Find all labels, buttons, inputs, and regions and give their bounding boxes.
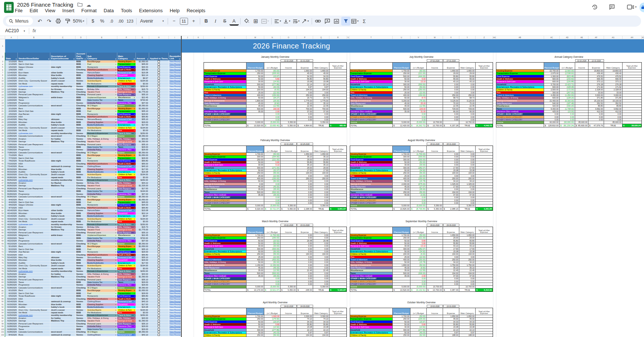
ledger-cell-amount[interactable]: $5,350.00 — [136, 151, 149, 154]
overview-july-monthly-overview-left[interactable] — [476, 119, 493, 121]
more-formats-button[interactable]: 123 — [125, 17, 135, 26]
overview-march-monthly-overview-cat-label[interactable]: Children & Family — [204, 253, 246, 256]
overview-march-monthly-overview-left[interactable] — [329, 269, 347, 272]
ledger-cell-description[interactable] — [50, 149, 76, 151]
ledger-cell-receipt-link[interactable]: View Receipt — [169, 176, 181, 179]
overview-annual-category-overview-cat-label[interactable]: Miscellaneous — [496, 105, 544, 107]
overview-august-monthly-overview-planned[interactable] — [393, 199, 410, 202]
checkbox[interactable] — [158, 135, 160, 137]
checkbox[interactable] — [158, 102, 160, 104]
overview-february-monthly-overview-main[interactable]: 35.10 — [313, 164, 329, 166]
overview-february-monthly-overview-expense[interactable]: 0.00 — [297, 183, 313, 186]
column-header-AB[interactable]: AB — [496, 36, 544, 39]
overview-august-monthly-overview-h-left[interactable]: Total Left After Expenses — [476, 146, 493, 153]
overview-september-monthly-overview-cat-label[interactable]: Pets — [350, 256, 393, 258]
ledger-cell-receipt-link[interactable]: View Receipt — [169, 262, 181, 264]
overview-february-monthly-overview-delta[interactable]: (32.07) — [264, 169, 281, 172]
ledger-cell-vendor[interactable]: Vet Meds — [18, 220, 50, 223]
overview-march-monthly-overview-left[interactable] — [329, 277, 347, 280]
ledger-cell-maincategory[interactable]: Food Expense▼ — [117, 113, 136, 116]
ledger-cell-taxes[interactable] — [149, 198, 169, 201]
overview-august-monthly-overview-cat-label[interactable]: Children & Family — [350, 172, 393, 174]
overview-march-monthly-overview-left[interactable] — [329, 253, 347, 256]
overview-september-monthly-overview-delta[interactable]: 5.80 — [410, 240, 427, 242]
overview-august-monthly-overview-planned[interactable]: 250.00 — [393, 191, 410, 194]
ledger-cell-account[interactable]: $$$$ — [76, 66, 87, 69]
overview-march-monthly-overview-delta[interactable]: (30.00) — [264, 245, 281, 247]
overview-september-monthly-overview-income[interactable] — [427, 264, 443, 267]
overview-october-monthly-overview-income[interactable] — [427, 334, 443, 337]
overview-march-monthly-overview-cat-label[interactable]: Transportation Expense — [204, 237, 246, 239]
column-header-D[interactable]: D — [76, 36, 87, 39]
ledger-cell-description[interactable]: Josh's soccer — [50, 309, 76, 311]
ledger-cell-date[interactable]: 4/14/2026 — [5, 215, 18, 217]
checkbox[interactable] — [158, 243, 160, 245]
ledger-cell-taxes[interactable] — [149, 331, 169, 333]
ledger-cell-maincategory[interactable]: Food Expense▼ — [117, 204, 136, 206]
overview-february-monthly-overview-expense[interactable]: 250.00 — [297, 177, 313, 180]
overview-july-monthly-overview-planned[interactable]: 400.00 — [393, 94, 410, 97]
overview-september-monthly-overview-main[interactable]: 34.22 — [459, 261, 476, 264]
overview-july-monthly-overview-left[interactable] — [476, 110, 493, 113]
overview-february-monthly-overview-left[interactable] — [329, 177, 347, 180]
overview-july-monthly-overview-income-expense[interactable] — [443, 121, 459, 124]
ledger-cell-account[interactable]: $$$$ — [76, 262, 87, 264]
ledger-cell-subcategory[interactable]: W-2 Wages▼ — [87, 331, 117, 333]
share-button[interactable] — [640, 3, 644, 12]
overview-september-monthly-overview-total-left[interactable]: $6,312.91 — [476, 288, 493, 292]
overview-april-monthly-overview-delta[interactable]: 1,600.00 — [264, 315, 281, 318]
ledger-cell-subcategory[interactable]: State Income Tax▼ — [87, 281, 117, 284]
overview-annual-category-overview-income-expense[interactable] — [588, 121, 604, 124]
ledger-cell-amount[interactable]: $34.22 — [136, 182, 149, 184]
ledger-cell-date[interactable]: 7/7/2026 — [5, 157, 18, 160]
overview-january-monthly-overview-planned[interactable]: 1,800.00 — [246, 100, 264, 102]
ledger-cell-vendor[interactable]: Sam's Club Gas — [18, 63, 50, 66]
ledger-cell-account[interactable]: Venmo — [76, 85, 87, 88]
overview-august-monthly-overview-income[interactable] — [427, 161, 443, 164]
ledger-cell-account[interactable]: Checking — [76, 140, 87, 143]
ledger-cell-subcategory[interactable]: Activities/Sports▼ — [87, 309, 117, 311]
overview-august-monthly-overview-left[interactable] — [476, 194, 493, 196]
ledger-cell-vendor[interactable]: Savings — [18, 276, 50, 278]
overview-july-monthly-overview-expense[interactable]: 0.00 — [443, 116, 459, 119]
overview-january-monthly-overview-delta[interactable]: 2.00 — [264, 110, 281, 113]
overview-march-monthly-overview-expense[interactable]: 0.00 — [297, 272, 313, 275]
overview-january-monthly-overview-delta[interactable]: 0.00 — [264, 119, 281, 121]
row-header-27[interactable]: 27 — [0, 127, 5, 129]
overview-july-monthly-overview-delta[interactable]: (50.00) — [410, 86, 427, 89]
overview-february-monthly-overview-delta[interactable]: 5.10 — [264, 164, 281, 166]
ledger-cell-account[interactable]: $$$$ — [76, 306, 87, 308]
row-header-102[interactable]: 102 — [0, 334, 5, 336]
ledger-cell-maincategory[interactable]: Taxes▼ — [117, 328, 136, 331]
checkbox[interactable] — [158, 140, 160, 143]
overview-february-monthly-overview-cat-label[interactable]: Gifts, Holidays, & Giving — [204, 180, 246, 183]
overview-september-monthly-overview-planned[interactable]: 30.00 — [393, 245, 410, 247]
overview-february-monthly-overview-cat-label[interactable]: Debt Repayment — [204, 186, 246, 188]
overview-annual-category-overview-expense[interactable]: 171.92 — [588, 86, 604, 89]
ledger-cell-taxes[interactable] — [149, 334, 169, 336]
overview-october-monthly-overview-expense[interactable]: 34.33 — [443, 321, 459, 323]
ledger-cell-taxes[interactable] — [149, 256, 169, 259]
overview-january-monthly-overview-delta[interactable]: 5.80 — [264, 78, 281, 80]
ledger-cell-vendor[interactable]: Cascada Communications — [18, 104, 50, 107]
ledger-cell-account[interactable]: $$$$ — [76, 124, 87, 126]
overview-march-monthly-overview-planned[interactable]: 250.00 — [246, 253, 264, 256]
ledger-cell-subcategory[interactable]: HSA/FSA Contributions▼ — [87, 254, 117, 256]
ledger-cell-account[interactable]: $$$$ — [76, 113, 87, 116]
ledger-cell-maincategory[interactable]: Transportation▼ — [117, 63, 136, 66]
overview-september-monthly-overview-expense[interactable]: 15.08 — [443, 250, 459, 253]
overview-april-monthly-overview-left[interactable] — [329, 318, 347, 320]
overview-january-monthly-overview-planned[interactable]: 400.00 — [246, 94, 264, 97]
overview-march-monthly-overview-planned[interactable]: 50.00 — [246, 261, 264, 264]
row-header-96[interactable]: 96 — [0, 317, 5, 320]
checkbox[interactable] — [158, 334, 160, 336]
row-header-84[interactable]: 84 — [0, 284, 5, 286]
ledger-cell-taxes[interactable] — [149, 281, 169, 284]
overview-september-monthly-overview-left[interactable] — [476, 234, 493, 237]
ledger-cell-vendor[interactable]: Orem City - Community Soccer — [18, 127, 50, 129]
ledger-cell-subcategory[interactable]: Activities/Sports▼ — [87, 264, 117, 267]
overview-march-monthly-overview-expense[interactable]: 0.00 — [297, 245, 313, 247]
overview-march-monthly-overview-planned[interactable]: 1,700.00 — [246, 234, 264, 237]
overview-august-monthly-overview-h-Main Category[interactable]: Main Category — [459, 146, 476, 153]
overview-january-monthly-overview-income[interactable] — [281, 78, 297, 80]
